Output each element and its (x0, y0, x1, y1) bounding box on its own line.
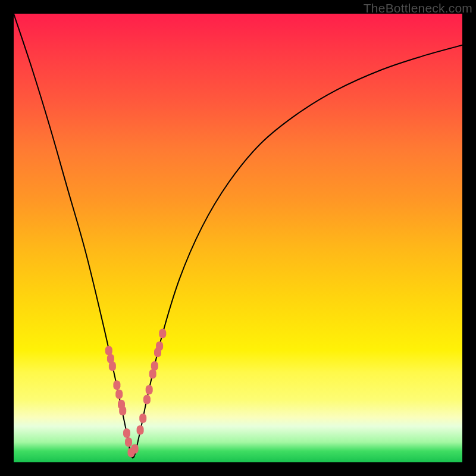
marker-dot (159, 329, 166, 339)
chart-frame: TheBottleneck.com (0, 0, 476, 476)
marker-dot (115, 389, 123, 399)
plot-area (14, 14, 462, 462)
marker-dot (125, 437, 132, 447)
marker-dot (123, 428, 130, 438)
marker-dot (156, 342, 163, 351)
marker-dot (143, 394, 151, 404)
marker-dot (149, 369, 156, 379)
watermark-label: TheBottleneck.com (364, 1, 472, 15)
marker-group (105, 329, 166, 458)
bottleneck-curve (14, 14, 462, 458)
marker-dot (109, 362, 116, 371)
curve-svg (14, 14, 462, 462)
marker-dot (105, 346, 112, 355)
marker-dot (131, 444, 139, 453)
marker-dot (119, 406, 126, 415)
marker-dot (113, 380, 120, 390)
marker-dot (151, 361, 158, 371)
marker-dot (139, 414, 146, 423)
marker-dot (146, 385, 153, 394)
marker-dot (137, 425, 144, 435)
